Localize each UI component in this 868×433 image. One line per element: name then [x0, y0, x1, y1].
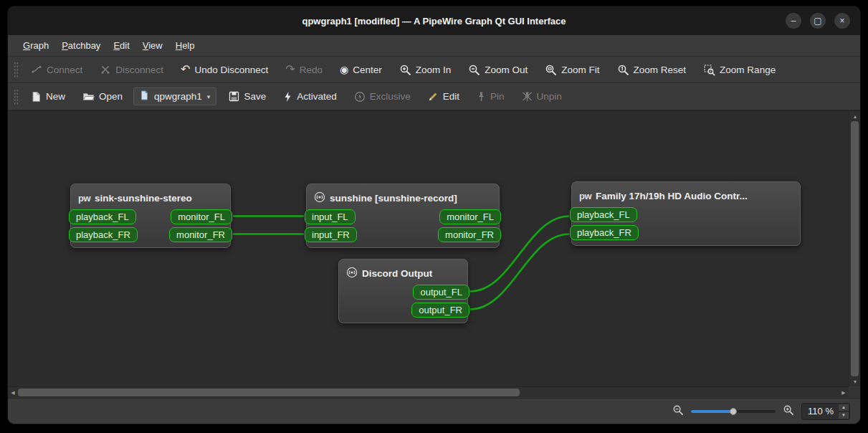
- menu-patchbay[interactable]: Patchbay: [55, 37, 107, 54]
- undo-disconnect-button[interactable]: ↶ Undo Disconnect: [174, 61, 275, 79]
- scroll-up-icon[interactable]: ▲: [849, 111, 861, 121]
- open-label: Open: [99, 91, 123, 102]
- close-button[interactable]: ×: [834, 13, 850, 29]
- zoom-reset-icon: [617, 64, 629, 76]
- node-title-text: sink-sunshine-stereo: [95, 193, 192, 204]
- toolbar-grip[interactable]: [14, 89, 19, 105]
- spin-up-icon: ▲: [841, 405, 846, 409]
- edit-label: Edit: [443, 91, 459, 102]
- zoom-out-icon[interactable]: [672, 404, 684, 419]
- zoom-slider[interactable]: [691, 406, 776, 417]
- graph-node-sunshine[interactable]: sunshine [sunshine-record] input_FL moni…: [306, 184, 500, 248]
- menu-view[interactable]: View: [136, 37, 169, 54]
- patchbay-combo[interactable]: qpwgraph1 ▾: [133, 87, 216, 105]
- port-output-fl[interactable]: output_FL: [413, 285, 469, 300]
- disconnect-button[interactable]: Disconnect: [93, 60, 170, 79]
- speaker-icon: [314, 191, 325, 205]
- disconnect-icon: [100, 64, 111, 75]
- open-button[interactable]: Open: [76, 87, 129, 106]
- unpin-button[interactable]: Unpin: [515, 87, 568, 105]
- graph-node-discord-output[interactable]: Discord Output output_FL output_FR: [338, 259, 468, 323]
- maximize-icon: ▢: [814, 16, 821, 25]
- lightning-icon: [283, 91, 292, 103]
- unpin-icon: [522, 91, 533, 102]
- zoom-range-icon: [703, 64, 715, 76]
- vertical-scrollbar[interactable]: ▲ ▼: [849, 111, 860, 386]
- zoom-in-icon[interactable]: [783, 404, 794, 419]
- port-playback-fr[interactable]: playback_FR: [69, 227, 138, 242]
- zoom-out-button[interactable]: Zoom Out: [462, 60, 534, 80]
- port-playback-fl[interactable]: playback_FL: [570, 207, 637, 222]
- undo-icon: ↶: [181, 65, 190, 75]
- horizontal-scrollbar-thumb[interactable]: [18, 389, 520, 396]
- port-playback-fl[interactable]: playback_FL: [69, 209, 136, 224]
- redo-label: Redo: [300, 65, 323, 75]
- port-monitor-fl[interactable]: monitor_FL: [171, 209, 232, 224]
- graph-node-sink-sunshine-stereo[interactable]: pw sink-sunshine-stereo playback_FL moni…: [70, 184, 231, 248]
- node-title: Discord Output: [339, 263, 467, 283]
- pin-button[interactable]: Pin: [470, 87, 511, 105]
- port-input-fr[interactable]: input_FR: [305, 227, 357, 242]
- close-icon: ×: [839, 16, 844, 25]
- menu-help[interactable]: Help: [169, 37, 201, 54]
- menu-edit[interactable]: Edit: [107, 37, 135, 54]
- spin-up-button[interactable]: ▲: [838, 404, 849, 411]
- graph-node-family-hd-audio[interactable]: pw Family 17h/19h HD Audio Contr... play…: [571, 181, 801, 246]
- window-titlebar: qpwgraph1 [modified] — A PipeWire Graph …: [8, 6, 860, 35]
- zoom-in-button[interactable]: Zoom In: [393, 60, 458, 80]
- minimize-button[interactable]: –: [786, 13, 801, 29]
- chevron-down-icon: ▾: [207, 93, 211, 100]
- port-output-fr[interactable]: output_FR: [411, 303, 469, 318]
- maximize-button[interactable]: ▢: [810, 13, 826, 29]
- zoom-value: 110 %: [808, 406, 838, 417]
- patchbay-combo-label: qpwgraph1: [154, 91, 202, 102]
- port-monitor-fr[interactable]: monitor_FR: [438, 227, 501, 242]
- zoom-out-label: Zoom Out: [485, 65, 528, 75]
- zoom-spinbox[interactable]: 110 % ▲ ▼: [801, 403, 850, 420]
- statusbar: 110 % ▲ ▼: [8, 398, 860, 424]
- new-button[interactable]: New: [24, 87, 72, 106]
- toolbar-grip[interactable]: [14, 62, 19, 77]
- center-label: Center: [353, 65, 382, 75]
- exclusive-button[interactable]: Exclusive: [348, 87, 417, 106]
- zoom-range-button[interactable]: Zoom Range: [697, 60, 782, 80]
- new-label: New: [46, 91, 65, 102]
- vertical-scrollbar-thumb[interactable]: [851, 121, 859, 376]
- zoom-fit-label: Zoom Fit: [561, 65, 599, 75]
- exclusive-label: Exclusive: [370, 91, 411, 102]
- node-title: sunshine [sunshine-record]: [307, 188, 499, 208]
- save-button[interactable]: Save: [222, 87, 272, 105]
- disconnect-label: Disconnect: [115, 65, 163, 75]
- port-input-fl[interactable]: input_FL: [305, 209, 356, 224]
- zoom-slider-handle[interactable]: [730, 408, 737, 415]
- center-button[interactable]: ◉ Center: [333, 61, 388, 79]
- node-title: pw Family 17h/19h HD Audio Contr...: [572, 186, 800, 206]
- port-playback-fr[interactable]: playback_FR: [570, 225, 639, 240]
- activated-button[interactable]: Activated: [277, 87, 343, 106]
- scroll-down-icon[interactable]: ▼: [849, 376, 861, 386]
- zoom-range-label: Zoom Range: [720, 65, 776, 75]
- node-title: pw sink-sunshine-stereo: [71, 188, 230, 208]
- connect-button[interactable]: Connect: [24, 60, 89, 79]
- window-controls: – ▢ ×: [786, 6, 850, 35]
- menu-graph[interactable]: Graph: [16, 37, 55, 54]
- zoom-fit-button[interactable]: Zoom Fit: [538, 60, 606, 80]
- center-icon: ◉: [340, 65, 348, 75]
- redo-button[interactable]: ↷ Redo: [279, 61, 329, 79]
- scroll-left-icon[interactable]: ◀: [8, 387, 18, 399]
- speaker-icon: [346, 267, 358, 280]
- port-monitor-fl[interactable]: monitor_FL: [439, 209, 501, 224]
- unpin-label: Unpin: [537, 91, 562, 102]
- node-title-text: Family 17h/19h HD Audio Contr...: [596, 191, 748, 201]
- scroll-right-icon[interactable]: ▶: [839, 387, 849, 399]
- patchbay-file-icon: [140, 90, 149, 103]
- graph-canvas[interactable]: pw sink-sunshine-stereo playback_FL moni…: [8, 111, 849, 386]
- horizontal-scrollbar[interactable]: ◀ ▶: [8, 386, 849, 398]
- port-monitor-fr[interactable]: monitor_FR: [169, 227, 232, 242]
- minimize-icon: –: [791, 16, 796, 25]
- zoom-reset-button[interactable]: Zoom Reset: [611, 60, 693, 80]
- spin-down-button[interactable]: ▼: [838, 411, 849, 419]
- edit-button[interactable]: Edit: [421, 87, 466, 105]
- zoom-in-label: Zoom In: [416, 65, 452, 75]
- pipewire-icon: pw: [78, 193, 90, 204]
